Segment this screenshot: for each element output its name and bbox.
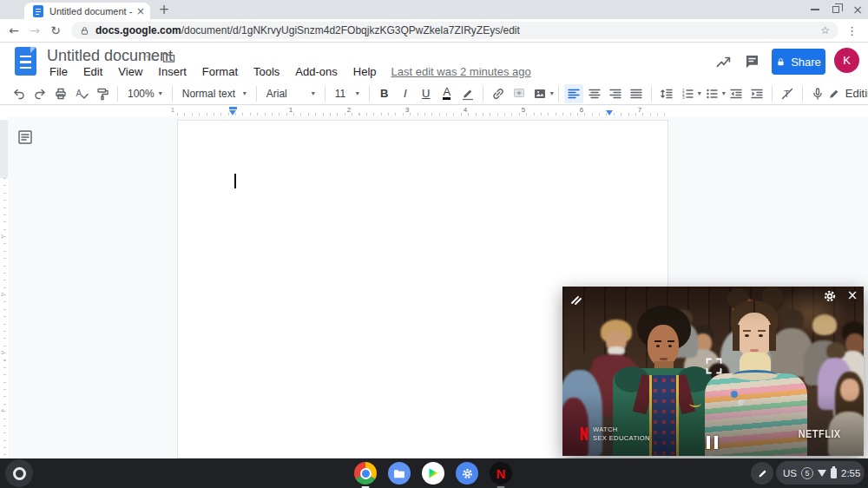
bookmark-star-icon[interactable]: ☆ <box>820 24 830 36</box>
menu-edit[interactable]: Edit <box>76 65 110 78</box>
ruler-number: 4 <box>464 106 467 114</box>
clock: 2:55 <box>841 468 860 478</box>
styles-select[interactable]: Normal text▾ <box>177 88 252 100</box>
vruler-number: 1 <box>1 234 3 239</box>
back-to-tab-icon[interactable] <box>569 292 583 309</box>
ruler-number: 2 <box>347 106 351 114</box>
clear-formatting-button[interactable]: T <box>778 84 797 103</box>
ruler-ticks <box>177 113 668 115</box>
settings-app-icon[interactable] <box>456 462 478 485</box>
menu-bar: File Edit View Insert Format Tools Add-o… <box>42 65 531 78</box>
ruler-number: 3 <box>405 106 409 114</box>
open-comments-icon[interactable] <box>744 53 760 73</box>
bulleted-list-button[interactable] <box>702 84 721 103</box>
first-line-indent-marker[interactable] <box>229 107 237 109</box>
url-bar[interactable]: docs.google.com/document/d/1gNKrvyUgiSnz… <box>71 22 838 39</box>
tab-close-icon[interactable]: × <box>136 5 145 17</box>
spelling-check-button[interactable]: A <box>72 84 91 103</box>
increase-indent-button[interactable] <box>747 84 766 103</box>
bold-button[interactable]: B <box>375 84 394 103</box>
menu-help[interactable]: Help <box>345 65 385 78</box>
align-left-button[interactable] <box>564 84 583 103</box>
italic-button[interactable]: I <box>396 84 415 103</box>
files-app-icon[interactable] <box>388 462 411 485</box>
new-tab-button[interactable]: + <box>155 1 173 18</box>
chrome-app-icon[interactable] <box>354 462 377 485</box>
keyboard-layout: US <box>783 468 797 478</box>
align-center-button[interactable] <box>585 84 604 103</box>
paint-format-button[interactable] <box>93 84 112 103</box>
last-edit-link[interactable]: Last edit was 2 minutes ago <box>391 65 531 78</box>
add-comment-button[interactable] <box>510 84 529 103</box>
window-restore-button[interactable] <box>832 6 839 13</box>
window-close-button[interactable]: × <box>852 3 863 16</box>
play-store-app-icon[interactable] <box>422 462 444 485</box>
document-insights-icon[interactable] <box>715 53 732 73</box>
docs-logo-icon[interactable] <box>15 47 36 76</box>
font-size-select[interactable]: 11▾ <box>330 88 365 100</box>
insert-image-button[interactable] <box>530 84 549 103</box>
window-minimize-button[interactable] <box>811 9 819 10</box>
chromeos-shelf: N US 5 2:55 <box>0 458 868 488</box>
pip-video-window[interactable]: × WATCH SEX EDUCATION NETFLIX <box>562 287 864 456</box>
pause-icon[interactable] <box>707 436 718 449</box>
print-button[interactable] <box>51 84 70 103</box>
chevron-down-icon[interactable]: ▾ <box>722 89 726 97</box>
right-indent-marker[interactable] <box>606 110 613 115</box>
wifi-icon <box>818 470 826 477</box>
browser-forward-button[interactable]: → <box>24 23 45 37</box>
app-dock: N <box>354 462 512 485</box>
share-button[interactable]: Share <box>772 49 825 75</box>
voice-typing-button[interactable] <box>808 84 827 103</box>
browser-tab[interactable]: Untitled document - Google Docs × <box>24 3 150 19</box>
numbered-list-button[interactable]: 123 <box>678 84 697 103</box>
fullscreen-icon[interactable] <box>706 358 722 378</box>
line-spacing-button[interactable] <box>657 84 676 103</box>
launcher-button[interactable] <box>5 459 33 487</box>
chevron-down-icon[interactable]: ▾ <box>550 89 554 97</box>
insert-link-button[interactable] <box>489 84 508 103</box>
left-indent-marker[interactable] <box>229 110 236 115</box>
menu-format[interactable]: Format <box>194 65 246 78</box>
browser-tab-strip: Untitled document - Google Docs × + × <box>0 0 868 19</box>
align-right-button[interactable] <box>606 84 625 103</box>
menu-view[interactable]: View <box>110 65 150 78</box>
decrease-indent-button[interactable] <box>727 84 746 103</box>
chevron-down-icon: ▾ <box>159 89 162 97</box>
vruler-number: 3 <box>1 350 3 355</box>
chevron-down-icon: ▾ <box>312 89 315 97</box>
highlight-color-button[interactable] <box>458 84 477 103</box>
pen-icon <box>757 468 768 479</box>
battery-icon <box>831 468 837 478</box>
zoom-select[interactable]: 100%▾ <box>122 88 168 100</box>
chevron-down-icon[interactable]: ▾ <box>698 89 701 97</box>
browser-refresh-button[interactable]: ↻ <box>45 23 66 37</box>
zoom-value: 100% <box>128 88 155 100</box>
menu-addons[interactable]: Add-ons <box>287 65 345 78</box>
redo-button[interactable] <box>30 84 49 103</box>
browser-menu-icon[interactable]: ⋮ <box>846 24 858 37</box>
star-document-icon[interactable]: ☆ <box>145 50 155 63</box>
status-tray[interactable]: US 5 2:55 <box>776 461 865 485</box>
menu-tools[interactable]: Tools <box>246 65 287 78</box>
pip-close-icon[interactable]: × <box>845 287 860 303</box>
stylus-tools-button[interactable] <box>751 462 773 485</box>
justify-button[interactable] <box>627 84 646 103</box>
horizontal-ruler[interactable]: 1 1 2 3 4 5 6 7 <box>0 106 868 116</box>
editing-mode-select[interactable]: Editing ▾ <box>828 87 868 100</box>
vertical-ruler[interactable]: 1 2 3 4 <box>0 116 8 458</box>
underline-button[interactable]: U <box>417 84 436 103</box>
netflix-app-icon[interactable]: N <box>490 462 512 485</box>
pip-settings-icon[interactable] <box>823 289 837 307</box>
account-avatar[interactable]: K <box>834 48 859 73</box>
text-color-button[interactable]: A <box>437 84 457 103</box>
browser-toolbar: ← → ↻ docs.google.com/document/d/1gNKrvy… <box>0 19 868 43</box>
undo-button[interactable] <box>10 84 29 103</box>
url-path: /document/d/1gNKrvyUgiSnzm4d2FObqjkzKG3Q… <box>181 24 520 36</box>
menu-insert[interactable]: Insert <box>150 65 194 78</box>
browser-back-button[interactable]: ← <box>3 23 24 37</box>
chevron-down-icon: ▾ <box>243 89 247 97</box>
document-outline-icon[interactable] <box>16 128 35 150</box>
menu-file[interactable]: File <box>42 65 76 78</box>
font-select[interactable]: Arial▾ <box>261 88 320 100</box>
